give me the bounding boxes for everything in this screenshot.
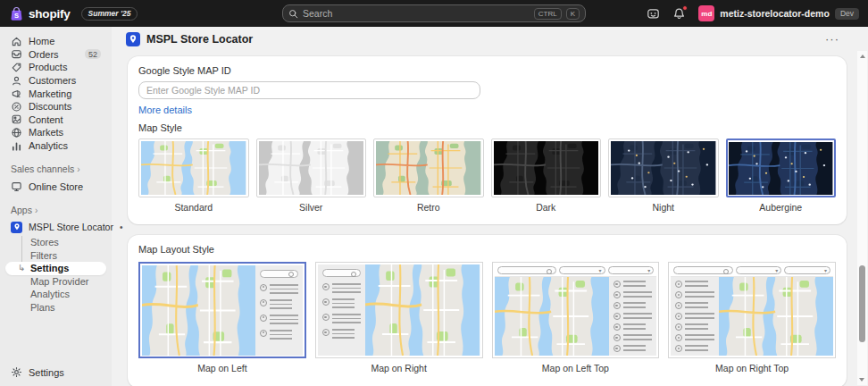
gear-icon bbox=[11, 366, 22, 378]
layout-option-map-on-right-top[interactable]: Map on Right Top bbox=[668, 262, 836, 373]
shopify-wordmark: shopify bbox=[29, 7, 71, 21]
scroll-down-arrow[interactable] bbox=[859, 378, 864, 382]
app-subitem-settings[interactable]: Settings bbox=[5, 262, 106, 275]
dropdown-pill bbox=[784, 266, 830, 274]
more-details-link[interactable]: More details bbox=[138, 105, 192, 115]
search-pill bbox=[322, 269, 361, 277]
sidebar-item-home[interactable]: Home bbox=[5, 35, 106, 48]
chevron-right-icon bbox=[77, 164, 79, 174]
retro-map-preview bbox=[376, 141, 481, 195]
silver-map-preview bbox=[259, 141, 364, 195]
search-pill bbox=[497, 266, 557, 274]
map-id-input[interactable] bbox=[138, 81, 480, 99]
apps-header[interactable]: Apps bbox=[5, 205, 106, 215]
map-style-option-dark[interactable]: Dark bbox=[491, 138, 602, 213]
shopify-logo[interactable]: S shopify Summer '25 bbox=[9, 6, 138, 21]
account-menu[interactable]: md metiz-storelocator-demo Dev bbox=[698, 5, 859, 21]
sidebar-item-content[interactable]: Content bbox=[5, 113, 106, 127]
layout-option-map-on-right[interactable]: Map on Right bbox=[315, 262, 483, 373]
main-content: MSPL Store Locator ··· Google Style MAP … bbox=[112, 27, 868, 386]
env-badge: Dev bbox=[835, 8, 859, 20]
layout-thumb bbox=[315, 262, 483, 358]
sidebar-item-orders[interactable]: Orders 52 bbox=[5, 48, 106, 62]
standard-map-preview bbox=[141, 141, 246, 195]
sidekick-assistant-icon[interactable] bbox=[647, 7, 660, 21]
layout-option-map-on-left-top[interactable]: Map on Left Top bbox=[492, 262, 660, 373]
layout-map-preview bbox=[719, 277, 833, 356]
scroll-up-arrow[interactable] bbox=[860, 55, 865, 58]
layout-map-preview bbox=[142, 265, 256, 356]
sales-channels-header[interactable]: Sales channels bbox=[5, 164, 106, 174]
selected-map-style bbox=[726, 138, 837, 197]
app-subitem-analytics[interactable]: Analytics bbox=[5, 288, 106, 301]
search-icon bbox=[288, 9, 298, 19]
sidebar-item-products[interactable]: Products bbox=[5, 61, 106, 74]
shortcut-ctrl-key: CTRL bbox=[534, 8, 562, 20]
sidebar-item-marketing[interactable]: Marketing bbox=[5, 87, 106, 100]
app-subitem-stores[interactable]: Stores bbox=[5, 236, 106, 249]
selected-map-layout bbox=[138, 262, 306, 358]
topbar: S shopify Summer '25 Search CTRL K md me… bbox=[0, 0, 868, 27]
dark-map-preview bbox=[494, 141, 599, 195]
search-placeholder: Search bbox=[303, 8, 530, 19]
layout-list-panel bbox=[609, 277, 656, 356]
page-header: MSPL Store Locator ··· bbox=[112, 27, 868, 51]
notifications-button[interactable] bbox=[672, 7, 686, 21]
notification-dot bbox=[682, 5, 688, 11]
sidebar-item-markets[interactable]: Markets bbox=[5, 126, 106, 139]
app-subitem-plans[interactable]: Plans bbox=[5, 301, 106, 315]
layout-map-preview bbox=[365, 264, 480, 356]
layout-option-map-on-left[interactable]: Map on Left bbox=[138, 262, 306, 373]
edition-badge[interactable]: Summer '25 bbox=[81, 7, 138, 21]
search-pill bbox=[673, 266, 733, 274]
vertical-scrollbar[interactable] bbox=[857, 51, 867, 385]
dropdown-pill bbox=[608, 266, 655, 274]
app-subitem-filters[interactable]: Filters bbox=[5, 249, 106, 263]
layout-list-panel bbox=[255, 265, 303, 356]
scrollbar-thumb[interactable] bbox=[859, 265, 865, 342]
map-style-option-night[interactable]: Night bbox=[608, 138, 719, 213]
dropdown-pill bbox=[559, 266, 605, 274]
home-icon bbox=[11, 36, 22, 47]
layout-map-preview bbox=[495, 277, 609, 356]
app-submenu: Stores Filters Settings Map Provider Ana… bbox=[5, 236, 106, 315]
sidebar-item-settings[interactable]: Settings bbox=[5, 365, 106, 379]
map-style-option-aubergine[interactable]: Aubergine bbox=[726, 138, 837, 213]
sidebar-item-analytics[interactable]: Analytics bbox=[5, 139, 106, 153]
sidebar-item-customers[interactable]: Customers bbox=[5, 74, 106, 88]
layout-thumb bbox=[492, 262, 660, 358]
map-layout-card: Map Layout Style Map on Left bbox=[128, 235, 847, 386]
map-style-option-silver[interactable]: Silver bbox=[256, 138, 367, 213]
map-style-option-standard[interactable]: Standard bbox=[138, 138, 249, 213]
sidebar-item-online-store[interactable]: Online Store bbox=[5, 180, 106, 193]
store-avatar: md bbox=[698, 5, 714, 21]
orders-count-badge: 52 bbox=[85, 49, 101, 59]
products-icon bbox=[11, 62, 22, 73]
map-layout-label: Map Layout Style bbox=[138, 244, 836, 255]
sidebar-item-discounts[interactable]: Discounts bbox=[5, 100, 106, 113]
store-name: metiz-storelocator-demo bbox=[720, 8, 830, 19]
sidebar-app-mspl-store-locator[interactable]: MSPL Store Locator bbox=[5, 221, 106, 234]
mspl-app-icon bbox=[126, 32, 140, 46]
search-pill bbox=[260, 270, 298, 278]
global-search-input[interactable]: Search CTRL K bbox=[282, 4, 586, 22]
layout-topbar bbox=[495, 264, 657, 277]
markets-icon bbox=[11, 127, 22, 138]
sidebar: Home Orders 52 Products Customers Market… bbox=[0, 27, 112, 386]
map-style-option-retro[interactable]: Retro bbox=[373, 138, 484, 213]
app-subitem-map-provider[interactable]: Map Provider bbox=[5, 275, 106, 289]
map-layout-options: Map on Left Map on Right bbox=[138, 262, 836, 373]
layout-thumb bbox=[668, 262, 836, 358]
page-title: MSPL Store Locator bbox=[146, 33, 253, 46]
map-style-options: Standard Silver Retro Dark Night Aubergi… bbox=[138, 138, 836, 213]
shopify-bag-icon: S bbox=[9, 6, 24, 21]
customers-icon bbox=[11, 75, 22, 87]
overflow-menu-button[interactable]: ··· bbox=[825, 35, 839, 44]
discounts-icon bbox=[11, 101, 22, 113]
dropdown-pill bbox=[736, 266, 782, 274]
mspl-app-icon bbox=[11, 222, 22, 233]
chevron-right-icon bbox=[35, 205, 38, 215]
map-style-card: Google Style MAP ID More details Map Sty… bbox=[128, 56, 847, 224]
marketing-icon bbox=[11, 88, 22, 99]
map-style-label: Map Style bbox=[138, 122, 836, 133]
